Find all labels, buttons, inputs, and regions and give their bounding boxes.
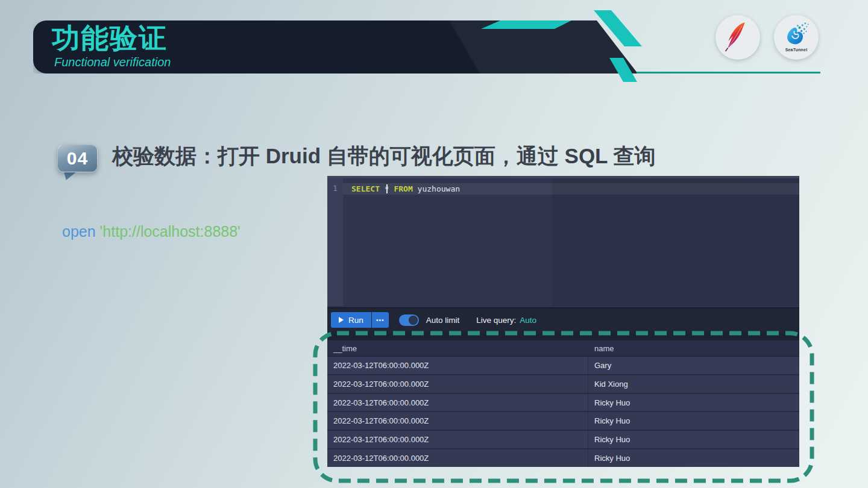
step-number-badge: 04 [57,145,98,172]
cell-time[interactable]: 2022-03-12T06:00:00.000Z [327,357,588,374]
cell-name[interactable]: Ricky Huo [588,394,799,411]
play-icon [339,317,344,323]
cell-time[interactable]: 2022-03-12T06:00:00.000Z [327,431,588,448]
query-toolbar: Run ••• Auto limit Live query: Auto [327,307,799,331]
table-row: 2022-03-12T06:00:00.000Z Ricky Huo [327,394,799,413]
editor-gutter: 1 [327,178,343,306]
sql-keyword-select: SELECT [351,184,380,193]
table-gap [327,331,799,340]
table-row: 2022-03-12T06:00:00.000Z Ricky Huo [327,412,799,431]
live-query-label: Live query: [476,316,516,325]
sql-keyword-from: FROM [394,184,412,193]
step-heading: 校验数据：打开 Druid 自带的可视化页面，通过 SQL 查询 [112,142,656,170]
cell-name[interactable]: Ricky Huo [588,431,799,448]
step-badge-tail [64,172,77,180]
table-row: 2022-03-12T06:00:00.000Z Kid Xiong [327,375,799,394]
druid-console: 1 SELECT * FROM yuzhouwan Run ••• Auto l… [327,176,799,467]
slide: 功能验证 Functional verification [0,0,868,488]
cell-time[interactable]: 2022-03-12T06:00:00.000Z [327,449,588,467]
table-header-row: __time name [327,340,799,357]
sql-query-text: SELECT * FROM yuzhouwan [351,184,460,193]
apache-feather-icon [720,19,755,56]
command-url: 'http://localhost:8888' [100,223,241,240]
results-table: __time name 2022-03-12T06:00:00.000Z Gar… [327,340,799,467]
cell-time[interactable]: 2022-03-12T06:00:00.000Z [327,375,588,393]
run-button-label: Run [348,316,363,325]
ellipsis-icon: ••• [376,317,385,324]
apache-logo [715,15,760,60]
table-row: 2022-03-12T06:00:00.000Z Ricky Huo [327,449,799,467]
cell-name[interactable]: Ricky Huo [588,412,799,430]
cell-name[interactable]: Ricky Huo [588,449,799,467]
cell-time[interactable]: 2022-03-12T06:00:00.000Z [327,394,588,411]
text-cursor [386,184,388,193]
cell-name[interactable]: Kid Xiong [588,375,799,393]
page-subtitle: Functional verification [54,56,171,68]
seatunnel-logo: SeaTunnel [774,15,819,60]
page-title: 功能验证 [52,24,168,52]
table-row: 2022-03-12T06:00:00.000Z Ricky Huo [327,431,799,449]
seatunnel-label: SeaTunnel [774,48,819,52]
sql-table-name: yuzhouwan [418,184,460,193]
command-line: open 'http://localhost:8888' [62,223,241,240]
more-options-button[interactable]: ••• [372,312,389,328]
header-underline [637,72,820,74]
column-header-name[interactable]: name [588,340,799,356]
column-header-time[interactable]: __time [327,340,588,356]
run-button[interactable]: Run [331,312,371,328]
cell-time[interactable]: 2022-03-12T06:00:00.000Z [327,412,588,430]
toggle-knob-icon [409,316,418,325]
cell-name[interactable]: Gary [588,357,799,374]
auto-limit-toggle[interactable] [399,314,419,326]
command-keyword: open [62,223,96,240]
live-query-value[interactable]: Auto [520,316,536,325]
auto-limit-label: Auto limit [426,316,460,325]
sql-editor[interactable]: 1 SELECT * FROM yuzhouwan [327,178,799,306]
line-number: 1 [327,184,343,193]
table-row: 2022-03-12T06:00:00.000Z Gary [327,357,799,375]
step-number: 04 [67,148,88,169]
